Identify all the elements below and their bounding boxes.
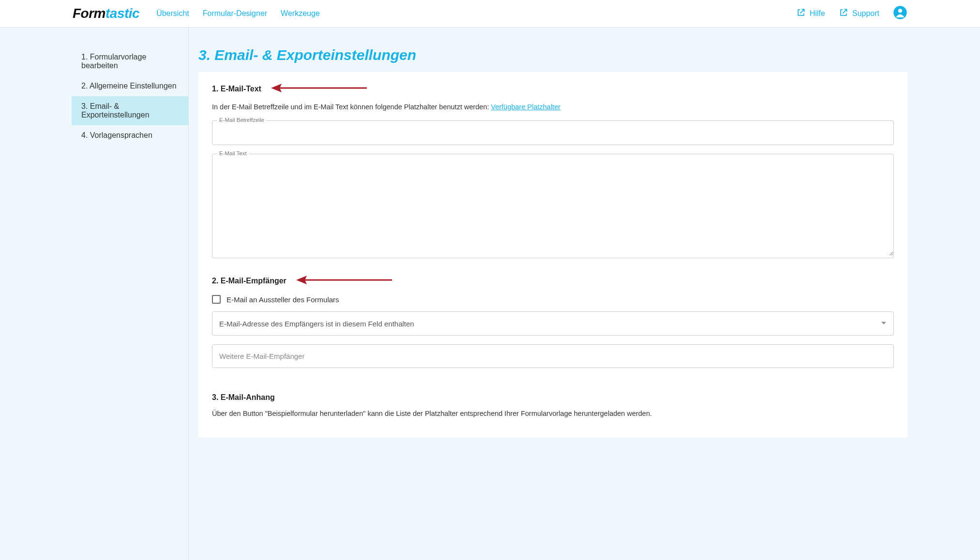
section3-description: Über den Button "Beispielformular herunt… <box>212 410 894 417</box>
brand-part1: Form <box>73 6 106 21</box>
email-subject-label: E-Mail Betreffzeile <box>217 117 266 123</box>
recipient-field-select[interactable]: E-Mail-Adresse des Empfängers ist in die… <box>212 311 894 336</box>
main-nav: Übersicht Formular-Designer Werkzeuge <box>156 9 320 18</box>
arrow-annotation-icon <box>295 275 392 287</box>
email-subject-input[interactable] <box>212 121 893 145</box>
arrow-annotation-icon <box>270 83 367 95</box>
section1-description: In der E-Mail Betreffzeile und im E-Mail… <box>212 103 894 111</box>
extra-recipients-input[interactable] <box>212 344 894 368</box>
nav-right: Hilfe Support <box>796 5 907 22</box>
nav-overview[interactable]: Übersicht <box>156 9 189 18</box>
wizard-sidebar: 1. Formularvorlage bearbeiten 2. Allgeme… <box>0 28 189 560</box>
main-content: 3. Email- & Exporteinstellungen 1. E-Mai… <box>189 28 980 560</box>
section-attachment-heading: 3. E-Mail-Anhang <box>212 393 894 402</box>
section-email-text-heading: 1. E-Mail-Text <box>212 83 894 95</box>
sidebar-item-email-export[interactable]: 3. Email- & Exporteinstellungen <box>72 96 188 125</box>
email-subject-field-wrap: E-Mail Betreffzeile <box>212 120 894 145</box>
checkbox-label: E-Mail an Aussteller des Formulars <box>226 295 339 304</box>
checkbox-icon <box>212 295 221 304</box>
select-placeholder: E-Mail-Adresse des Empfängers ist in die… <box>219 320 414 328</box>
email-body-field-wrap: E-Mail Text <box>212 154 894 258</box>
help-link[interactable]: Hilfe <box>796 8 825 19</box>
brand-logo[interactable]: Formtastic <box>73 6 139 21</box>
brand-part2: tastic <box>106 6 139 21</box>
section2-heading-text: 2. E-Mail-Empfänger <box>212 277 286 285</box>
settings-card: 1. E-Mail-Text In der E-Mail Betreffzeil… <box>198 72 907 438</box>
nav-designer[interactable]: Formular-Designer <box>203 9 267 18</box>
chevron-down-icon <box>881 319 887 328</box>
section3-heading-text: 3. E-Mail-Anhang <box>212 393 275 402</box>
external-link-icon <box>839 8 848 19</box>
email-body-label: E-Mail Text <box>217 150 249 156</box>
sidebar-item-general[interactable]: 2. Allgemeine Einstellungen <box>72 76 188 96</box>
external-link-icon <box>796 8 806 19</box>
svg-point-1 <box>898 9 902 13</box>
email-body-textarea[interactable] <box>212 154 893 256</box>
section1-heading-text: 1. E-Mail-Text <box>212 85 261 93</box>
sidebar-item-template[interactable]: 1. Formularvorlage bearbeiten <box>72 47 188 76</box>
placeholders-link[interactable]: Verfügbare Platzhalter <box>491 103 560 111</box>
nav-tools[interactable]: Werkzeuge <box>281 9 320 18</box>
send-to-issuer-checkbox[interactable]: E-Mail an Aussteller des Formulars <box>212 295 894 304</box>
app-header: Formtastic Übersicht Formular-Designer W… <box>0 0 980 28</box>
section-recipients-heading: 2. E-Mail-Empfänger <box>212 275 894 287</box>
account-icon[interactable] <box>893 5 907 22</box>
sidebar-item-languages[interactable]: 4. Vorlagensprachen <box>72 125 188 146</box>
support-label: Support <box>852 9 879 18</box>
support-link[interactable]: Support <box>839 8 879 19</box>
help-label: Hilfe <box>810 9 825 18</box>
page-title: 3. Email- & Exporteinstellungen <box>198 47 907 63</box>
